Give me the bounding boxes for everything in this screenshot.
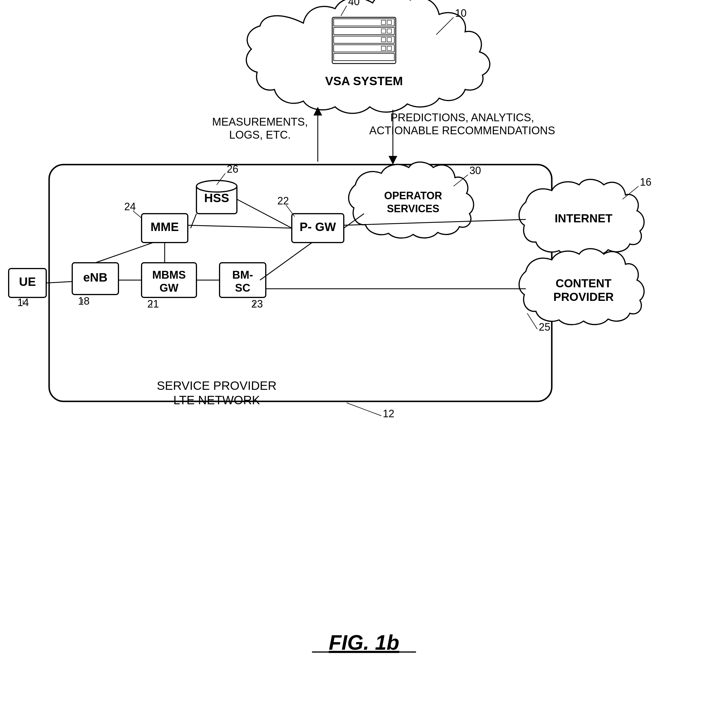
vsa-system-cloud: 40 VSA SYSTEM 10 [246,0,490,113]
operator-services-label1: OPERATOR [384,190,442,202]
ref-40: 40 [348,0,360,8]
internet-cloud: INTERNET 16 [519,176,652,255]
enb-label: eNB [83,270,107,284]
ref-24: 24 [124,201,136,212]
service-provider-label: SERVICE PROVIDER [157,379,277,392]
ref-30: 30 [470,165,481,176]
svg-line-48 [260,243,312,280]
content-provider-label1: CONTENT [555,277,611,290]
svg-line-45 [188,225,292,228]
svg-rect-0 [332,17,396,64]
content-provider-label2: PROVIDER [554,290,614,303]
recommendations-label: ACTIONABLE RECOMMENDATIONS [369,124,555,137]
ref-16: 16 [640,176,652,188]
fig-label: FIG. 1b [329,631,399,654]
ref-12: 12 [383,408,394,420]
svg-marker-19 [388,156,397,165]
svg-line-44 [191,214,196,228]
mbms-gw-label2: GW [159,282,179,294]
svg-line-36 [286,205,295,217]
ref-23: 23 [251,298,263,310]
mbms-gw-label1: MBMS [152,269,186,281]
ue-label: UE [19,275,36,289]
predictions-label: PREDICTIONS, ANALYTICS, [390,111,534,124]
ref-26: 26 [227,163,238,175]
vsa-system-label: VSA SYSTEM [325,74,403,88]
measurements-label: MEASUREMENTS, [212,116,307,128]
internet-label: INTERNET [555,212,612,224]
bm-sc-label1: BM- [232,269,253,281]
ref-10: 10 [455,7,466,19]
ref-18: 18 [78,295,90,307]
ref-25: 25 [539,321,550,333]
ref-21: 21 [147,298,159,310]
pgw-label: P- GW [300,220,336,234]
hss-label: HSS [204,191,229,205]
svg-line-21 [347,403,381,416]
content-provider-cloud: CONTENT PROVIDER 25 [519,249,644,333]
svg-point-29 [196,180,237,192]
operator-services-label2: SERVICES [387,203,439,215]
svg-line-39 [527,313,537,329]
mme-label: MME [150,220,179,234]
svg-line-42 [95,243,153,263]
operator-services-cloud: OPERATOR SERVICES 30 [349,162,481,238]
diagram-container: 40 VSA SYSTEM 10 MEASUREMENTS, LOGS, ETC… [0,0,728,719]
logs-label: LOGS, ETC. [229,129,291,141]
ref-22: 22 [277,195,289,207]
lte-network-label: LTE NETWORK [173,393,260,407]
svg-rect-20 [49,165,552,401]
svg-line-40 [46,282,72,283]
bm-sc-label2: SC [235,282,251,294]
